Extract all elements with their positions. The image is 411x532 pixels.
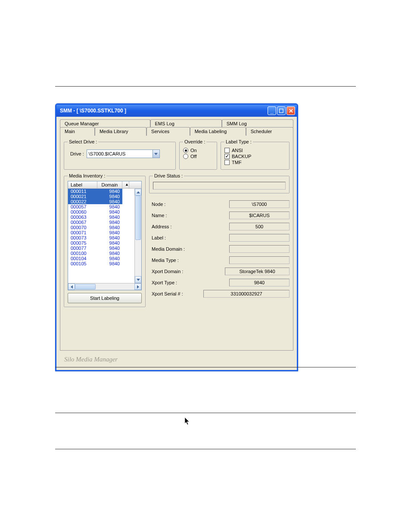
info-value: \S7000 xyxy=(229,200,290,208)
table-row[interactable]: 0000579840 xyxy=(68,204,134,209)
media-inventory-legend: Media Inventory : xyxy=(68,173,106,178)
cell-label: 000067 xyxy=(68,220,97,225)
hscroll-track[interactable] xyxy=(75,283,134,290)
scroll-track[interactable] xyxy=(135,196,141,276)
labeltype-backup-checkbox[interactable]: BACKUP xyxy=(224,154,286,159)
info-row: Label : xyxy=(152,232,290,243)
table-row[interactable]: 0000229840 xyxy=(68,199,134,204)
divider xyxy=(55,413,356,413)
tabs-row-front: Main Media Library Services Media Labeli… xyxy=(60,127,293,136)
vertical-scrollbar[interactable] xyxy=(134,189,141,283)
table-row[interactable]: 0000679840 xyxy=(68,220,134,225)
cell-domain: 9840 xyxy=(97,199,122,204)
cell-label: 000011 xyxy=(68,189,97,194)
info-value: 331000032927 xyxy=(203,290,290,298)
table-row[interactable]: 0000219840 xyxy=(68,194,134,199)
radio-off-icon xyxy=(183,154,188,159)
info-row: Node :\S7000 xyxy=(152,199,290,210)
drive-label: Drive : xyxy=(70,151,84,156)
cell-domain: 9840 xyxy=(97,215,122,220)
cell-label: 000057 xyxy=(68,204,97,209)
tab-main[interactable]: Main xyxy=(60,127,95,136)
maximize-button[interactable]: ☐ xyxy=(277,106,286,115)
info-label: Address : xyxy=(152,224,195,229)
minimize-button[interactable]: _ xyxy=(268,106,276,115)
labeltype-tmf-checkbox[interactable]: TMF xyxy=(224,160,286,165)
info-label: Xport Domain : xyxy=(152,269,195,274)
tab-media-labeling[interactable]: Media Labeling xyxy=(190,127,246,136)
cell-domain: 9840 xyxy=(97,240,122,246)
table-row[interactable]: 0000609840 xyxy=(68,209,134,215)
title-bar[interactable]: SMM - [ \S7000.SSTKL700 ] _ ☐ ✕ xyxy=(56,105,297,117)
checkbox-icon xyxy=(224,160,230,165)
cell-domain: 9840 xyxy=(97,194,122,199)
cell-domain: 9840 xyxy=(97,189,122,194)
table-row[interactable]: 0001009840 xyxy=(68,251,134,256)
tab-media-library[interactable]: Media Library xyxy=(95,127,146,136)
cell-label: 000063 xyxy=(68,215,97,220)
tab-queue-manager[interactable]: Queue Manager xyxy=(60,119,150,128)
drive-status-legend: Drive Status : xyxy=(153,173,184,178)
close-button[interactable]: ✕ xyxy=(286,106,295,115)
scroll-down-button[interactable] xyxy=(135,276,141,283)
cell-domain: 9840 xyxy=(97,235,122,240)
cell-label: 000073 xyxy=(68,235,97,240)
info-value xyxy=(229,256,290,264)
table-row[interactable]: 0000709840 xyxy=(68,225,134,230)
info-label: Node : xyxy=(152,202,195,207)
cell-domain: 9840 xyxy=(97,220,122,225)
info-label: Xport Type : xyxy=(152,280,195,285)
drive-status-value xyxy=(153,182,286,190)
table-row[interactable]: 0000119840 xyxy=(68,189,134,194)
override-legend: Override : xyxy=(183,139,206,144)
cell-label: 000070 xyxy=(68,225,97,230)
table-row[interactable]: 0001049840 xyxy=(68,256,134,261)
drive-input[interactable] xyxy=(87,150,153,158)
dropdown-arrow-icon[interactable] xyxy=(153,150,159,158)
footer-brand: Silo Media Manager xyxy=(60,351,293,366)
info-row: Media Domain : xyxy=(152,243,290,255)
tab-services[interactable]: Services xyxy=(146,127,190,136)
table-row[interactable]: 0000759840 xyxy=(68,240,134,246)
cell-domain: 9840 xyxy=(97,251,122,256)
tab-smm-log[interactable]: SMM Log xyxy=(222,119,293,128)
cell-label: 000021 xyxy=(68,194,97,199)
horizontal-scrollbar[interactable] xyxy=(68,283,141,290)
info-row: Name :$ICARUS xyxy=(152,210,290,221)
info-row: Xport Serial # :331000032927 xyxy=(152,288,290,299)
cell-domain: 9840 xyxy=(97,246,122,251)
col-header-label[interactable]: Label xyxy=(68,181,97,188)
table-row[interactable]: 0001059840 xyxy=(68,261,134,266)
table-row[interactable]: 0000719840 xyxy=(68,230,134,235)
info-row: Address :500 xyxy=(152,221,290,232)
drive-dropdown[interactable] xyxy=(87,149,160,158)
checkbox-icon xyxy=(224,148,230,153)
hscroll-thumb[interactable] xyxy=(75,284,96,289)
table-row[interactable]: 0000779840 xyxy=(68,246,134,251)
info-row: Xport Domain :StorageTek 9840 xyxy=(152,266,290,277)
info-label: Name : xyxy=(152,213,195,218)
info-value: 9840 xyxy=(229,279,290,286)
override-off-radio[interactable]: Off xyxy=(183,154,213,159)
col-header-domain[interactable]: Domain xyxy=(97,181,122,188)
scroll-left-button[interactable] xyxy=(68,283,75,290)
start-labeling-button[interactable]: Start Labeling xyxy=(68,293,142,303)
scroll-right-button[interactable] xyxy=(134,283,141,290)
cell-label: 000077 xyxy=(68,246,97,251)
scroll-up-button[interactable] xyxy=(135,189,141,196)
info-label: Label : xyxy=(152,235,195,240)
override-on-radio[interactable]: On xyxy=(183,148,213,153)
scroll-thumb[interactable] xyxy=(135,196,141,240)
cell-domain: 9840 xyxy=(97,209,122,215)
table-row[interactable]: 0000639840 xyxy=(68,215,134,220)
media-inventory-list[interactable]: Label Domain ▲ 0000119840000021984000002… xyxy=(68,181,142,290)
info-label: Xport Serial # : xyxy=(152,291,195,296)
table-row[interactable]: 0000739840 xyxy=(68,235,134,240)
tab-ems-log[interactable]: EMS Log xyxy=(150,119,222,128)
tab-scheduler[interactable]: Scheduler xyxy=(246,127,293,136)
list-header[interactable]: Label Domain ▲ xyxy=(68,181,141,189)
cell-domain: 9840 xyxy=(97,204,122,209)
sort-indicator-icon[interactable]: ▲ xyxy=(122,181,129,188)
labeltype-ansi-checkbox[interactable]: ANSI xyxy=(224,148,286,153)
info-value: $ICARUS xyxy=(229,212,290,219)
